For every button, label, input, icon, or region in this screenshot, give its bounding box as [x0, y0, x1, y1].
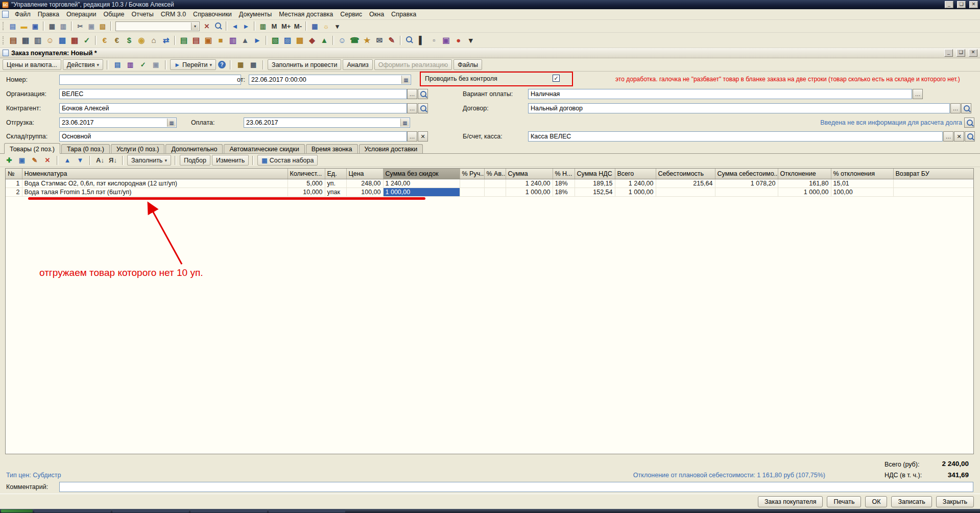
- tasks-icon[interactable]: ✓: [81, 35, 92, 46]
- column-header[interactable]: % Н...: [553, 169, 575, 179]
- toolbar-options-icon[interactable]: ▾: [332, 21, 342, 31]
- maximize-button[interactable]: ❑: [957, 1, 966, 8]
- column-header[interactable]: Сумма НДС: [575, 169, 615, 179]
- forward-icon[interactable]: ►: [241, 21, 251, 31]
- cash-in-icon[interactable]: €: [99, 35, 110, 46]
- number-input[interactable]: [59, 75, 241, 85]
- comment-input[interactable]: [59, 482, 973, 492]
- table-cell[interactable]: 15,01: [831, 179, 893, 188]
- exit-icon[interactable]: ●: [453, 35, 464, 46]
- tab-additional[interactable]: Дополнительно: [165, 144, 223, 153]
- prices-currency-button[interactable]: Цены и валюта...: [3, 59, 61, 70]
- column-header[interactable]: №: [6, 169, 22, 179]
- table-cell[interactable]: 152,54: [575, 188, 615, 196]
- quick-search-combobox[interactable]: ▾: [115, 21, 200, 31]
- contract-select-button[interactable]: …: [950, 103, 961, 113]
- account-select-button[interactable]: …: [943, 131, 953, 142]
- table-cell[interactable]: 1 000,00: [383, 188, 460, 196]
- table-cell[interactable]: 100,00: [346, 188, 383, 196]
- table-cell[interactable]: 18%: [553, 188, 575, 196]
- ok-button[interactable]: ОК: [865, 496, 887, 507]
- payment-variant-select-button[interactable]: …: [913, 89, 923, 99]
- clear-search-icon[interactable]: ✕: [202, 21, 212, 31]
- account-input[interactable]: Касса ВЕЛЕС: [528, 131, 943, 142]
- menu-item-Сервис[interactable]: Сервис: [337, 10, 366, 19]
- analysis-icon[interactable]: ◆: [306, 35, 318, 46]
- warehouse-input[interactable]: Основной: [59, 131, 407, 142]
- close-button[interactable]: ✕: [969, 1, 978, 8]
- doc-close-button[interactable]: ✕: [969, 49, 977, 57]
- delete-row-icon[interactable]: ✕: [42, 155, 53, 166]
- kit-contents-button[interactable]: ▦Состав набора: [257, 155, 318, 166]
- tip-of-day-icon[interactable]: ☼: [321, 21, 331, 31]
- move-down-icon[interactable]: ▼: [75, 155, 85, 166]
- scales-icon[interactable]: ▲: [240, 35, 251, 46]
- counterparty-open-icon[interactable]: [418, 103, 428, 113]
- table-cell[interactable]: уп.: [325, 179, 346, 188]
- column-header[interactable]: Сумма: [506, 169, 553, 179]
- calendar-icon[interactable]: ▦: [401, 76, 410, 84]
- warehouse-icon[interactable]: ▣: [203, 35, 214, 46]
- table-cell[interactable]: 18%: [553, 179, 575, 188]
- scanner-icon[interactable]: ▫: [428, 35, 440, 46]
- doc-minimize-button[interactable]: _: [944, 49, 953, 57]
- table-cell[interactable]: [715, 188, 778, 196]
- money-icon[interactable]: $: [124, 35, 135, 46]
- tab-services[interactable]: Услуги (0 поз.): [111, 144, 164, 153]
- table-cell[interactable]: 100,00: [831, 188, 893, 196]
- goto-button[interactable]: ►Перейти▾: [170, 59, 216, 70]
- open-folder-icon[interactable]: ▬: [19, 21, 29, 31]
- print-labels-icon[interactable]: ▥: [32, 35, 43, 46]
- post-without-control-checkbox[interactable]: ✓: [553, 75, 560, 82]
- column-header[interactable]: Цена: [346, 169, 383, 179]
- table-cell[interactable]: [460, 188, 484, 196]
- chart-icon[interactable]: ▲: [319, 35, 330, 46]
- column-header[interactable]: Сумма без скидок: [383, 169, 460, 179]
- add-row-icon[interactable]: ✚: [4, 155, 14, 166]
- new-document-icon[interactable]: ▤: [8, 21, 18, 31]
- account-open-icon[interactable]: [965, 131, 975, 142]
- sort-desc-icon[interactable]: Я↓: [108, 155, 118, 166]
- report-settings-icon[interactable]: ▦: [235, 60, 246, 70]
- tab-delivery-terms[interactable]: Условия доставки: [359, 144, 423, 153]
- goods-icon[interactable]: ■: [215, 35, 226, 46]
- memory-icon[interactable]: M: [269, 21, 279, 31]
- column-header[interactable]: Сумма себестоимо...: [715, 169, 778, 179]
- cash-out-icon[interactable]: €: [111, 35, 123, 46]
- menu-item-Документы[interactable]: Документы: [235, 10, 275, 19]
- calendar-icon[interactable]: ▦: [69, 35, 80, 46]
- list-settings-icon[interactable]: ▩: [248, 60, 258, 70]
- analysis-button[interactable]: Анализ: [343, 59, 372, 70]
- print-icon[interactable]: ▦: [47, 21, 57, 31]
- sort-asc-icon[interactable]: А↓: [95, 155, 105, 166]
- table-cell[interactable]: 10,000: [288, 188, 325, 196]
- actions-button[interactable]: Действия▾: [63, 59, 103, 70]
- delivery-icon[interactable]: ►: [252, 35, 263, 46]
- coins-icon[interactable]: ◉: [136, 35, 147, 46]
- organization-select-button[interactable]: …: [407, 89, 417, 99]
- purchase-doc-icon[interactable]: ▤: [178, 35, 189, 46]
- menu-item-Общие[interactable]: Общие: [100, 10, 128, 19]
- price-type-link[interactable]: Тип цен: Субдистр: [6, 472, 61, 479]
- crm-contacts-icon[interactable]: ☺: [337, 35, 348, 46]
- crm-calls-icon[interactable]: ☎: [349, 35, 361, 46]
- table-cell[interactable]: 2: [6, 188, 22, 196]
- table-cell[interactable]: [656, 188, 715, 196]
- counterparty-select-button[interactable]: …: [407, 103, 417, 113]
- table-cell[interactable]: 1 000,00: [778, 188, 831, 196]
- equipment-icon[interactable]: ▣: [441, 35, 452, 46]
- mail-icon[interactable]: ✉: [374, 35, 385, 46]
- tab-auto-discounts[interactable]: Автоматические скидки: [224, 144, 304, 153]
- column-header[interactable]: Возврат БУ: [893, 169, 974, 179]
- print-preview-icon[interactable]: ▥: [58, 21, 68, 31]
- doc-restore-button[interactable]: ❑: [957, 49, 965, 57]
- table-cell[interactable]: 1 240,00: [506, 179, 553, 188]
- table-cell[interactable]: 215,64: [656, 179, 715, 188]
- doc-movements-icon[interactable]: ▥: [125, 60, 135, 70]
- memory-plus-icon[interactable]: M+: [280, 21, 292, 31]
- column-header[interactable]: Номенклатура: [22, 169, 288, 179]
- payment-calendar-icon[interactable]: ▦: [400, 119, 409, 127]
- print-button[interactable]: Печать: [827, 496, 861, 507]
- column-header[interactable]: Себестоимость: [656, 169, 715, 179]
- table-cell[interactable]: 1 000,00: [506, 188, 553, 196]
